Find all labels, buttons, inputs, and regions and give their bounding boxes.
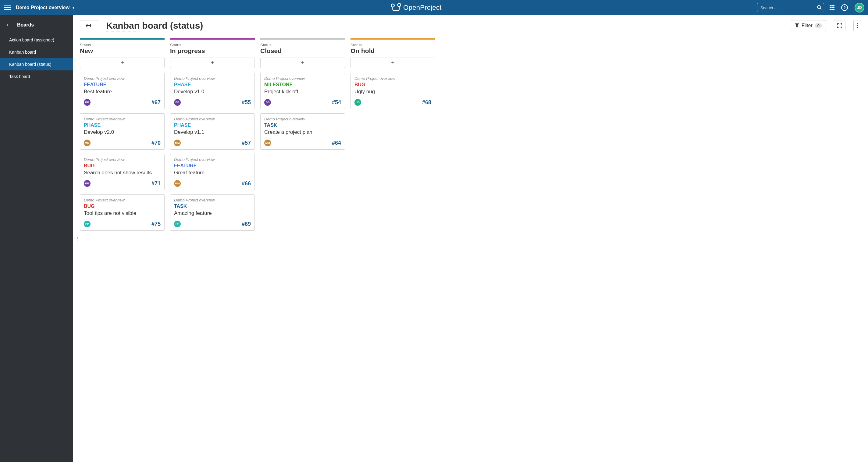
work-package-card[interactable]: Demo Project overviewMILESTONEProject ki… bbox=[260, 73, 345, 109]
card-id[interactable]: #66 bbox=[242, 180, 251, 187]
plus-icon: + bbox=[391, 59, 395, 66]
sidebar-item[interactable]: Kanban board (status) bbox=[0, 58, 73, 70]
card-project: Demo Project overview bbox=[174, 117, 251, 121]
filter-label: Filter bbox=[802, 23, 812, 28]
work-package-card[interactable]: Demo Project overviewFEATUREGreat featur… bbox=[170, 154, 255, 190]
logo-text: OpenProject bbox=[403, 4, 442, 11]
work-package-card[interactable]: Demo Project overviewTASKCreate a projec… bbox=[260, 113, 345, 150]
help-icon[interactable]: ? bbox=[841, 4, 848, 11]
card-id[interactable]: #57 bbox=[242, 140, 251, 146]
card-footer: BB#67 bbox=[84, 99, 161, 106]
svg-point-4 bbox=[857, 23, 858, 24]
card-footer: MM#57 bbox=[174, 140, 251, 146]
assignee-avatar[interactable]: BB bbox=[264, 99, 271, 106]
card-type: TASK bbox=[264, 123, 341, 128]
card-type: TASK bbox=[174, 204, 251, 209]
card-subject: Best feature bbox=[84, 89, 161, 95]
back-arrow-icon[interactable]: ← bbox=[5, 21, 11, 28]
assignee-avatar[interactable]: PP bbox=[84, 221, 91, 227]
project-selector[interactable]: Demo Project overview ▼ bbox=[16, 5, 75, 10]
card-footer: BB#71 bbox=[84, 180, 161, 187]
svg-point-6 bbox=[857, 27, 858, 28]
page-title[interactable]: Kanban board (status) bbox=[106, 21, 203, 31]
card-id[interactable]: #70 bbox=[152, 140, 161, 146]
assignee-avatar[interactable]: MM bbox=[84, 140, 91, 146]
assignee-avatar[interactable]: MM bbox=[264, 140, 271, 146]
work-package-card[interactable]: Demo Project overviewBUGTool tips are no… bbox=[80, 194, 164, 231]
board-column: StatusIn progress+Demo Project overviewP… bbox=[170, 38, 255, 235]
card-project: Demo Project overview bbox=[84, 117, 161, 121]
assignee-avatar[interactable]: BB bbox=[174, 99, 181, 106]
card-id[interactable]: #54 bbox=[332, 99, 341, 106]
card-footer: BB#54 bbox=[264, 99, 341, 106]
column-title[interactable]: On hold bbox=[350, 47, 435, 55]
board-column: StatusClosed+Demo Project overviewMILEST… bbox=[260, 38, 345, 154]
card-id[interactable]: #75 bbox=[152, 221, 161, 227]
assignee-avatar[interactable]: BB bbox=[84, 180, 91, 187]
card-footer: MM#70 bbox=[84, 140, 161, 146]
modules-icon[interactable] bbox=[830, 5, 835, 10]
card-id[interactable]: #67 bbox=[152, 99, 161, 106]
fullscreen-button[interactable] bbox=[834, 20, 845, 31]
plus-icon: + bbox=[211, 59, 214, 66]
assignee-avatar[interactable]: PP bbox=[174, 221, 181, 227]
user-avatar[interactable]: JD bbox=[855, 3, 864, 12]
card-id[interactable]: #68 bbox=[422, 99, 431, 106]
sidebar: ← Boards Action board (assignee)Kanban b… bbox=[0, 15, 73, 462]
card-subject: Develop v2.0 bbox=[84, 129, 161, 135]
work-package-card[interactable]: Demo Project overviewBUGUgly bugJD#68 bbox=[350, 73, 435, 109]
column-title[interactable]: In progress bbox=[170, 47, 255, 55]
add-card-button[interactable]: + bbox=[350, 58, 435, 68]
add-card-button[interactable]: + bbox=[260, 58, 345, 68]
sidebar-item[interactable]: Task board bbox=[0, 70, 73, 83]
work-package-card[interactable]: Demo Project overviewPHASEDevelop v1.0BB… bbox=[170, 73, 255, 109]
column-status-label: Status bbox=[170, 43, 255, 47]
top-nav: Demo Project overview ▼ OpenProject ? JD bbox=[0, 0, 868, 15]
column-title[interactable]: New bbox=[80, 47, 164, 55]
card-id[interactable]: #55 bbox=[242, 99, 251, 106]
sidebar-item[interactable]: Action board (assignee) bbox=[0, 34, 73, 46]
sidebar-list: Action board (assignee)Kanban boardKanba… bbox=[0, 34, 73, 83]
card-id[interactable]: #64 bbox=[332, 140, 341, 146]
work-package-card[interactable]: Demo Project overviewTASKAmazing feature… bbox=[170, 194, 255, 231]
work-package-card[interactable]: Demo Project overviewFEATUREBest feature… bbox=[80, 73, 164, 109]
card-subject: Great feature bbox=[174, 170, 251, 176]
card-type: BUG bbox=[84, 163, 161, 168]
column-status-label: Status bbox=[260, 43, 345, 47]
sidebar-header: ← Boards bbox=[0, 21, 73, 34]
add-card-button[interactable]: + bbox=[80, 58, 164, 68]
logo[interactable]: OpenProject bbox=[75, 3, 757, 12]
search-input[interactable] bbox=[757, 3, 824, 12]
card-subject: Amazing feature bbox=[174, 210, 251, 216]
board-column: StatusOn hold+Demo Project overviewBUGUg… bbox=[350, 38, 435, 113]
more-button[interactable] bbox=[854, 20, 861, 31]
card-subject: Project kick-off bbox=[264, 89, 341, 95]
column-title[interactable]: Closed bbox=[260, 47, 345, 55]
card-project: Demo Project overview bbox=[174, 76, 251, 81]
filter-button[interactable]: Filter 0 bbox=[791, 20, 826, 31]
assignee-avatar[interactable]: MM bbox=[174, 180, 181, 187]
card-id[interactable]: #69 bbox=[242, 221, 251, 227]
assignee-avatar[interactable]: JD bbox=[354, 99, 361, 106]
work-package-card[interactable]: Demo Project overviewPHASEDevelop v2.0MM… bbox=[80, 113, 164, 150]
sidebar-item[interactable]: Kanban board bbox=[0, 46, 73, 58]
assignee-avatar[interactable]: MM bbox=[174, 140, 181, 146]
work-package-card[interactable]: Demo Project overviewBUGSearch does not … bbox=[80, 154, 164, 190]
card-type: FEATURE bbox=[84, 82, 161, 88]
expand-icon bbox=[837, 23, 842, 28]
plus-icon: + bbox=[301, 59, 305, 66]
sidebar-resize-handle[interactable]: ⋮⋮ bbox=[72, 236, 79, 241]
search-icon[interactable] bbox=[817, 5, 822, 11]
column-color-bar bbox=[170, 38, 255, 40]
back-button[interactable] bbox=[80, 20, 98, 31]
filter-icon bbox=[795, 24, 799, 28]
svg-point-2 bbox=[817, 5, 820, 8]
add-card-button[interactable]: + bbox=[170, 58, 255, 68]
menu-icon[interactable] bbox=[4, 4, 11, 11]
card-subject: Tool tips are not visible bbox=[84, 210, 161, 216]
card-id[interactable]: #71 bbox=[152, 180, 161, 187]
column-color-bar bbox=[80, 38, 164, 40]
kebab-icon bbox=[857, 23, 858, 28]
assignee-avatar[interactable]: BB bbox=[84, 99, 91, 106]
work-package-card[interactable]: Demo Project overviewPHASEDevelop v1.1MM… bbox=[170, 113, 255, 150]
